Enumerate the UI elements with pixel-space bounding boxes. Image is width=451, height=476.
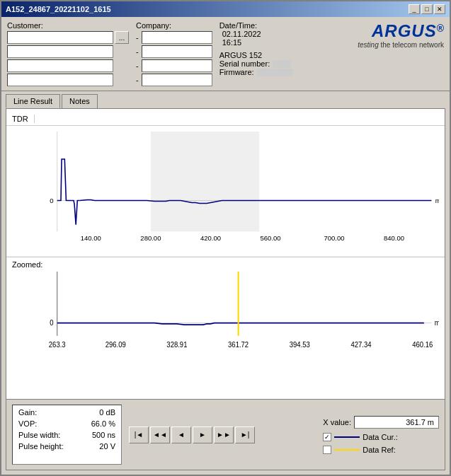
svg-text:460.16: 460.16 <box>412 340 433 349</box>
svg-text:840.00: 840.00 <box>384 235 404 242</box>
nav-next-button[interactable]: ► <box>193 426 212 443</box>
nav-buttons: |◄ ◄◄ ◄ ► ►► ►| <box>129 426 255 443</box>
pulse-width-value: 500 ns <box>92 431 115 439</box>
company-row-4: - <box>136 74 212 86</box>
company-row-2: - <box>136 45 212 58</box>
zoomed-chart-svg: 0 263.3 296.09 328.91 361.72 394.53 427.… <box>35 272 439 353</box>
svg-text:420.00: 420.00 <box>200 235 221 242</box>
maximize-button[interactable]: □ <box>421 4 433 14</box>
svg-text:140.00: 140.00 <box>81 235 101 242</box>
main-chart: 0 140.00 280.00 420.00 560.00 700.00 840… <box>6 126 445 257</box>
pulse-width-label: Pulse width: <box>18 431 60 439</box>
chart-area: 0 140.00 280.00 420.00 560.00 700.00 840… <box>6 126 445 399</box>
tab-line-result[interactable]: Line Result <box>6 94 60 108</box>
svg-text:263.3: 263.3 <box>49 340 66 349</box>
tab-notes[interactable]: Notes <box>62 94 98 108</box>
svg-text:m: m <box>435 319 439 327</box>
vop-value: 66.0 % <box>91 419 115 428</box>
nav-prev-button[interactable]: ◄ <box>171 426 191 443</box>
argus-model: ARGUS 152 <box>219 51 293 59</box>
pulse-height-value: 20 V <box>99 442 115 451</box>
window-title: A152_24867_20221102_1615 <box>6 5 111 13</box>
company-input-2[interactable] <box>142 45 212 58</box>
customer-input-2[interactable] <box>7 45 113 58</box>
data-cur-label: Data Cur.: <box>362 433 398 441</box>
svg-text:280.00: 280.00 <box>140 235 161 242</box>
pulse-width-row: Pulse width: 500 ns <box>18 431 115 439</box>
gain-row: Gain: 0 dB <box>18 408 115 417</box>
tdr-tab[interactable]: TDR <box>12 115 35 123</box>
argus-tagline: testing the telecom network <box>358 41 444 49</box>
firmware-label: Firmware: <box>219 68 254 76</box>
serial-label: Serial number: <box>219 59 270 68</box>
x-value-label: X value: <box>323 418 351 426</box>
tdr-label-bar: TDR <box>6 109 445 126</box>
svg-text:0: 0 <box>50 319 54 327</box>
svg-text:560.00: 560.00 <box>261 235 281 242</box>
title-bar: A152_24867_20221102_1615 _ □ ✕ <box>1 1 450 17</box>
vop-row: VOP: 66.0 % <box>18 419 115 428</box>
zoomed-chart: Zoomed: 0 263.3 296.09 328.91 361.72 394… <box>6 257 445 356</box>
svg-text:394.53: 394.53 <box>290 340 310 349</box>
data-ref-line <box>334 449 360 451</box>
datetime-date: 02.11.2022 <box>222 30 293 38</box>
company-input-3[interactable] <box>142 59 212 72</box>
company-row-3: - <box>136 59 212 72</box>
header-section: Customer: ... Company: - - - <box>1 17 450 91</box>
company-label: Company: <box>136 21 212 30</box>
data-ref-checkbox[interactable] <box>323 446 331 454</box>
x-value-display: 361.7 m <box>354 416 439 429</box>
data-ref-legend: Data Ref: <box>323 446 439 454</box>
company-dash-1: - <box>136 33 139 42</box>
svg-text:296.09: 296.09 <box>105 340 126 349</box>
company-input-1[interactable] <box>142 31 212 44</box>
svg-text:361.72: 361.72 <box>228 340 249 349</box>
nav-first-button[interactable]: |◄ <box>129 426 149 443</box>
customer-input-4[interactable] <box>7 74 113 86</box>
bottom-panel: Gain: 0 dB VOP: 66.0 % Pulse width: 500 … <box>6 399 445 470</box>
customer-row-1: ... <box>7 31 129 44</box>
measurements-box: Gain: 0 dB VOP: 66.0 % Pulse width: 500 … <box>12 405 122 465</box>
zoomed-label: Zoomed: <box>12 260 42 269</box>
argus-reg: ® <box>437 23 444 34</box>
svg-text:700.00: 700.00 <box>324 235 344 242</box>
xvalue-panel: X value: 361.7 m Data Cur.: Data Ref: <box>323 416 439 454</box>
tabs-bar: Line Result Notes <box>1 91 450 108</box>
close-button[interactable]: ✕ <box>434 4 445 14</box>
argus-logo-group: ARGUS ® testing the telecom network <box>358 21 444 86</box>
browse-button[interactable]: ... <box>115 31 129 44</box>
customer-input-3[interactable] <box>7 59 113 72</box>
data-cur-legend: Data Cur.: <box>323 433 439 441</box>
customer-group: Customer: ... <box>7 21 129 86</box>
company-dash-3: - <box>136 62 139 70</box>
gain-value: 0 dB <box>99 408 115 417</box>
firmware-value: ████████ <box>257 69 293 76</box>
title-bar-buttons: _ □ ✕ <box>409 4 445 14</box>
svg-text:328.91: 328.91 <box>166 340 187 349</box>
svg-text:m: m <box>435 198 439 205</box>
company-input-4[interactable] <box>142 74 212 86</box>
pulse-height-row: Pulse height: 20 V <box>18 442 115 451</box>
main-content: TDR 0 140.00 280.00 420.00 <box>6 108 445 470</box>
customer-input-1[interactable] <box>7 31 113 44</box>
datetime-label: Date/Time: <box>219 21 293 30</box>
minimize-button[interactable]: _ <box>409 4 420 14</box>
serial-value: ████ <box>273 60 291 67</box>
company-dash-2: - <box>136 47 139 56</box>
data-ref-label: Data Ref: <box>362 446 395 454</box>
argus-logo: ARGUS <box>372 21 437 41</box>
nav-last-button[interactable]: ►| <box>235 426 255 443</box>
nav-controls: |◄ ◄◄ ◄ ► ►► ►| <box>129 426 255 443</box>
pulse-height-label: Pulse height: <box>18 442 64 451</box>
main-chart-svg: 0 140.00 280.00 420.00 560.00 700.00 840… <box>35 132 439 242</box>
gain-label: Gain: <box>18 408 37 417</box>
nav-next-fast-button[interactable]: ►► <box>214 426 234 443</box>
svg-text:427.34: 427.34 <box>350 340 371 349</box>
company-group: Company: - - - - <box>136 21 212 86</box>
nav-prev-fast-button[interactable]: ◄◄ <box>150 426 170 443</box>
vop-label: VOP: <box>18 419 37 428</box>
datetime-group: Date/Time: 02.11.2022 16:15 ARGUS 152 Se… <box>219 21 293 86</box>
data-cur-checkbox[interactable] <box>323 433 331 441</box>
data-cur-line <box>334 436 360 438</box>
main-window: A152_24867_20221102_1615 _ □ ✕ Customer:… <box>0 0 451 476</box>
